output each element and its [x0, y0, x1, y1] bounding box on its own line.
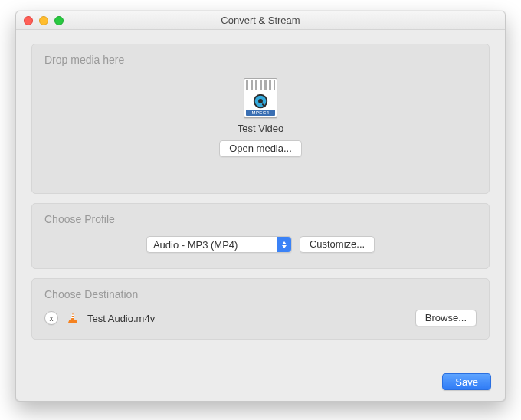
customize-profile-button[interactable]: Customize... [300, 236, 375, 253]
profile-row: Audio - MP3 (MP4) Customize... [44, 231, 477, 259]
drop-media-inner: MPEG4 Test Video Open media... [44, 72, 477, 157]
window-title: Convert & Stream [221, 15, 300, 26]
media-format-tag: MPEG4 [246, 110, 275, 116]
clear-destination-button[interactable]: x [44, 311, 58, 325]
media-file-icon: MPEG4 [244, 78, 277, 118]
svg-rect-3 [72, 315, 74, 317]
open-media-button[interactable]: Open media... [219, 140, 302, 157]
profile-select[interactable]: Audio - MP3 (MP4) [146, 236, 292, 253]
quicktime-icon [252, 93, 269, 110]
convert-stream-window: Convert & Stream Drop media here MPEG4 [15, 11, 506, 402]
titlebar: Convert & Stream [16, 11, 505, 30]
vlc-cone-icon [66, 311, 80, 325]
choose-destination-heading: Choose Destination [44, 288, 477, 300]
destination-filename: Test Audio.m4v [87, 313, 408, 324]
save-button[interactable]: Save [442, 373, 491, 390]
drop-media-heading: Drop media here [44, 54, 477, 66]
drop-media-panel[interactable]: Drop media here MPEG4 Test Video Open [31, 44, 490, 194]
svg-point-2 [258, 99, 263, 103]
minimize-window-button[interactable] [39, 16, 48, 25]
media-filename: Test Video [238, 123, 283, 134]
destination-row: x Test Audio.m4v Browse... [44, 307, 477, 330]
browse-destination-button[interactable]: Browse... [415, 310, 477, 326]
svg-rect-4 [71, 317, 74, 319]
profile-selected-label: Audio - MP3 (MP4) [153, 239, 238, 251]
choose-profile-panel: Choose Profile Audio - MP3 (MP4) Customi… [31, 203, 490, 269]
close-window-button[interactable] [24, 16, 33, 25]
choose-profile-heading: Choose Profile [44, 213, 477, 225]
footer: Save [16, 373, 505, 401]
clear-x-icon: x [50, 314, 54, 323]
window-controls [16, 16, 64, 25]
zoom-window-button[interactable] [54, 16, 64, 25]
choose-destination-panel: Choose Destination x Test Audio.m4v Brow… [31, 278, 490, 340]
select-arrows-icon [277, 237, 291, 252]
dropped-media-file[interactable]: MPEG4 Test Video [238, 78, 283, 134]
content-area: Drop media here MPEG4 Test Video Open [16, 30, 505, 373]
